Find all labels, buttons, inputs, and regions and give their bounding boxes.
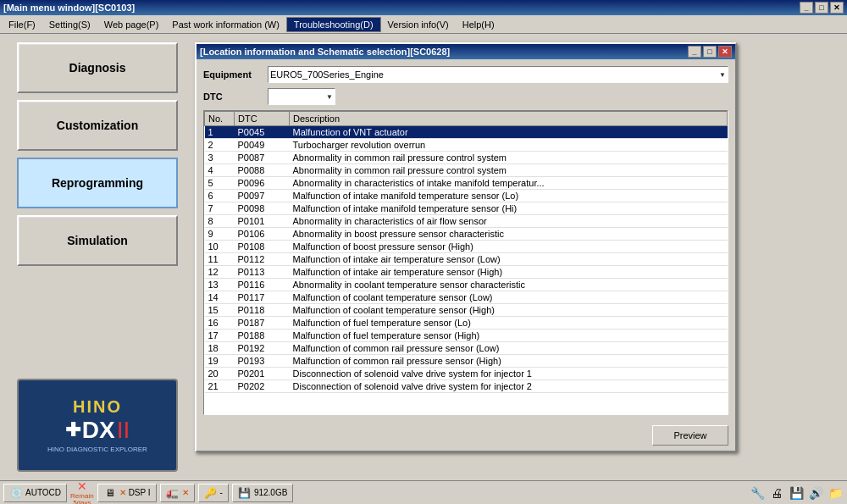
dialog-title-controls[interactable]: _ □ ✕ xyxy=(688,46,732,58)
dtc-label: DTC xyxy=(203,91,263,102)
title-bar: [Main menu window][SC0103] _ □ ✕ xyxy=(0,0,847,15)
disk-size: 912.0GB xyxy=(254,488,287,497)
disk-icon: 💾 xyxy=(238,486,252,500)
cell-no: 14 xyxy=(205,291,235,304)
table-row[interactable]: 12 P0113 Malfunction of intake air tempe… xyxy=(205,266,728,279)
tray-save[interactable]: 💾 xyxy=(788,485,805,501)
table-row[interactable]: 20 P0201 Disconnection of solenoid valve… xyxy=(205,368,728,380)
sidebar-customization[interactable]: Customization xyxy=(17,100,178,151)
cell-desc: Abnormality in characteristics of intake… xyxy=(290,177,728,190)
table-row[interactable]: 8 P0101 Abnormality in characteristics o… xyxy=(205,215,728,228)
menu-bar: File(F) Setting(S) Web page(P) Past work… xyxy=(0,15,847,34)
cell-no: 10 xyxy=(205,241,235,253)
table-row[interactable]: 17 P0188 Malfunction of fuel temperature… xyxy=(205,330,728,342)
sidebar-simulation[interactable]: Simulation xyxy=(17,215,178,266)
table-row[interactable]: 7 P0098 Malfunction of intake manifold t… xyxy=(205,202,728,215)
cell-desc: Malfunction of boost pressure sensor (Hi… xyxy=(290,241,728,253)
menu-setting[interactable]: Setting(S) xyxy=(42,18,97,31)
col-header-desc: Description xyxy=(290,112,728,126)
cell-dtc: P0108 xyxy=(235,241,290,253)
warning-text: Remain5days xyxy=(70,493,94,505)
cell-dtc: P0088 xyxy=(235,164,290,177)
table-row[interactable]: 2 P0049 Turbocharger revolution overrun xyxy=(205,139,728,152)
warning-icon: ✕ xyxy=(75,479,89,493)
menu-pastwork[interactable]: Past work information (W) xyxy=(165,18,286,31)
preview-button[interactable]: Preview xyxy=(652,425,728,446)
tray-folder[interactable]: 📁 xyxy=(827,485,844,501)
table-row[interactable]: 19 P0193 Malfunction of common rail pres… xyxy=(205,355,728,368)
taskbar-vehicle[interactable]: 🚛 ✕ xyxy=(160,484,195,502)
cell-dtc: P0096 xyxy=(235,177,290,190)
minimize-btn[interactable]: _ xyxy=(800,2,813,14)
cell-no: 17 xyxy=(205,330,235,342)
tray-settings[interactable]: 🔧 xyxy=(749,485,766,501)
table-row[interactable]: 9 P0106 Abnormality in boost pressure se… xyxy=(205,228,728,241)
menu-file[interactable]: File(F) xyxy=(2,18,42,31)
cell-no: 2 xyxy=(205,139,235,152)
table-row[interactable]: 10 P0108 Malfunction of boost pressure s… xyxy=(205,241,728,253)
cell-no: 8 xyxy=(205,215,235,228)
cell-desc: Malfunction of fuel temperature sensor (… xyxy=(290,330,728,342)
taskbar-dspi[interactable]: 🖥 ✕ DSP I xyxy=(97,484,157,502)
cell-desc: Turbocharger revolution overrun xyxy=(290,139,728,152)
taskbar-tray: 🔧 🖨 💾 🔊 📁 xyxy=(749,485,844,501)
sidebar-diagnosis[interactable]: Diagnosis xyxy=(17,42,178,93)
col-header-dtc: DTC xyxy=(235,112,290,126)
menu-help[interactable]: Help(H) xyxy=(456,18,501,31)
dialog-maximize-btn[interactable]: □ xyxy=(703,46,717,58)
sidebar-reprogramming[interactable]: Reprogramming xyxy=(17,158,178,208)
cell-no: 15 xyxy=(205,304,235,317)
hino-logo: HINO ✚ DXII HINO DIAGNOSTIC EXPLORER xyxy=(17,379,178,472)
table-row[interactable]: 1 P0045 Malfunction of VNT actuator xyxy=(205,126,728,139)
cell-no: 3 xyxy=(205,152,235,164)
taskbar-disk[interactable]: 💾 912.0GB xyxy=(232,484,293,502)
table-row[interactable]: 13 P0116 Abnormality in coolant temperat… xyxy=(205,279,728,291)
cell-desc: Abnormality in coolant temperature senso… xyxy=(290,279,728,291)
cell-desc: Malfunction of coolant temperature senso… xyxy=(290,304,728,317)
cell-no: 6 xyxy=(205,190,235,202)
cell-desc: Malfunction of common rail pressure sens… xyxy=(290,355,728,368)
maximize-btn[interactable]: □ xyxy=(815,2,828,14)
menu-webpage[interactable]: Web page(P) xyxy=(97,18,166,31)
menu-troubleshooting[interactable]: Troubleshooting(D) xyxy=(286,17,381,32)
cell-dtc: P0193 xyxy=(235,355,290,368)
menu-versioninfo[interactable]: Version info(V) xyxy=(381,18,456,31)
cell-desc: Abnormality in common rail pressure cont… xyxy=(290,164,728,177)
dialog-minimize-btn[interactable]: _ xyxy=(688,46,701,58)
equipment-select[interactable]: EURO5_700Series_Engine ▼ xyxy=(268,66,728,83)
dspi-icon: 🖥 xyxy=(103,486,117,500)
tray-sound[interactable]: 🔊 xyxy=(807,485,824,501)
key-dash: - xyxy=(220,488,223,497)
table-row[interactable]: 3 P0087 Abnormality in common rail press… xyxy=(205,152,728,164)
cell-dtc: P0192 xyxy=(235,342,290,355)
dialog-title-text: [Location information and Schematic sele… xyxy=(200,47,450,57)
table-row[interactable]: 4 P0088 Abnormality in common rail press… xyxy=(205,164,728,177)
table-row[interactable]: 6 P0097 Malfunction of intake manifold t… xyxy=(205,190,728,202)
table-row[interactable]: 5 P0096 Abnormality in characteristics o… xyxy=(205,177,728,190)
col-header-no: No. xyxy=(205,112,235,126)
cell-desc: Abnormality in boost pressure sensor cha… xyxy=(290,228,728,241)
cell-dtc: P0045 xyxy=(235,126,290,139)
table-row[interactable]: 14 P0117 Malfunction of coolant temperat… xyxy=(205,291,728,304)
dialog-close-btn[interactable]: ✕ xyxy=(718,46,732,58)
title-controls[interactable]: _ □ ✕ xyxy=(800,2,844,14)
table-row[interactable]: 21 P0202 Disconnection of solenoid valve… xyxy=(205,380,728,393)
cell-desc: Malfunction of intake manifold temperatu… xyxy=(290,190,728,202)
dtc-select[interactable]: ▼ xyxy=(268,88,335,105)
cell-desc: Malfunction of intake manifold temperatu… xyxy=(290,202,728,215)
table-row[interactable]: 15 P0118 Malfunction of coolant temperat… xyxy=(205,304,728,317)
cell-dtc: P0049 xyxy=(235,139,290,152)
table-row[interactable]: 16 P0187 Malfunction of fuel temperature… xyxy=(205,317,728,330)
cell-desc: Disconnection of solenoid valve drive sy… xyxy=(290,380,728,393)
tray-print[interactable]: 🖨 xyxy=(768,485,785,501)
table-row[interactable]: 18 P0192 Malfunction of common rail pres… xyxy=(205,342,728,355)
taskbar-autocd[interactable]: 💿 AUTOCD xyxy=(3,484,67,502)
taskbar: 💿 AUTOCD ✕ Remain5days 🖥 ✕ DSP I 🚛 ✕ 🔑 -… xyxy=(0,480,847,504)
table-row[interactable]: 11 P0112 Malfunction of intake air tempe… xyxy=(205,253,728,266)
dtc-row: DTC ▼ xyxy=(203,88,728,105)
logo-ii: II xyxy=(117,417,130,444)
close-btn[interactable]: ✕ xyxy=(830,2,844,14)
dtc-table-wrapper[interactable]: No. DTC Description 1 P0045 Malfunction … xyxy=(203,110,728,415)
taskbar-key[interactable]: 🔑 - xyxy=(198,484,229,502)
sidebar: Diagnosis Customization Reprogramming Si… xyxy=(0,34,195,480)
